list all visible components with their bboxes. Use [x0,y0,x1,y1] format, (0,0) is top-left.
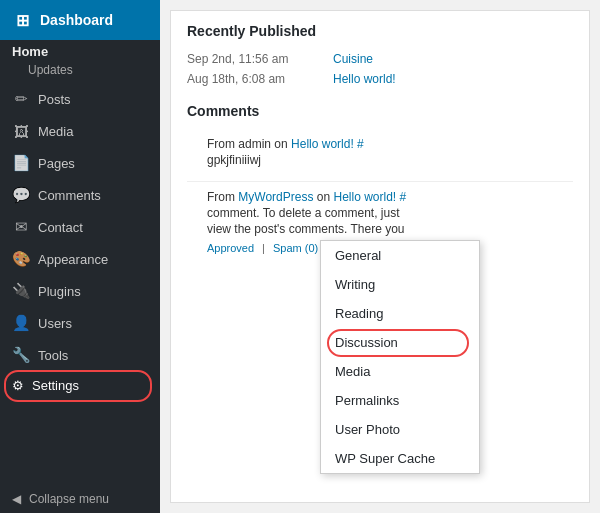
sidebar-item-label: Pages [38,156,75,171]
spam-link[interactable]: Spam (0) [273,242,318,254]
comment-1-meta: From admin on Hello world! # [207,137,573,151]
dashboard-icon: ⊞ [12,10,32,30]
comments-title: Comments [187,103,573,119]
sidebar-item-pages[interactable]: 📄 Pages [0,147,160,179]
comment-1-body: gpkjfiniiiwj [207,153,573,167]
plugins-icon: 🔌 [12,282,30,300]
posts-icon: ✏ [12,90,30,108]
sidebar-item-label: Tools [38,348,68,363]
dropdown-item-media[interactable]: Media [321,357,479,386]
comment-2-body: comment. To delete a comment, just [207,206,573,220]
sidebar-item-label: Media [38,124,73,139]
dropdown-item-discussion[interactable]: Discussion [321,328,479,357]
settings-icon: ⚙ [12,378,24,393]
collapse-menu-button[interactable]: ◀ Collapse menu [0,485,160,513]
recently-link-2[interactable]: Hello world! [333,72,396,86]
tools-icon: 🔧 [12,346,30,364]
dropdown-item-writing[interactable]: Writing [321,270,479,299]
collapse-icon: ◀ [12,492,21,506]
sidebar-item-label: Appearance [38,252,108,267]
pages-icon: 📄 [12,154,30,172]
recently-link-1[interactable]: Cuisine [333,52,373,66]
sidebar-item-media[interactable]: 🖼 Media [0,115,160,147]
recently-item-1: Sep 2nd, 11:56 am Cuisine [187,49,573,69]
sidebar-item-contact[interactable]: ✉ Contact [0,211,160,243]
sidebar-header-title: Dashboard [40,12,113,28]
dropdown-item-wp-super-cache[interactable]: WP Super Cache [321,444,479,473]
recently-date-1: Sep 2nd, 11:56 am [187,52,317,66]
recently-published-title: Recently Published [187,23,573,39]
comments-section: Comments From admin on Hello world! # gp… [187,103,573,262]
dropdown-item-general[interactable]: General [321,241,479,270]
settings-dropdown: General Writing Reading Discussion Media… [320,240,480,474]
sidebar-item-tools[interactable]: 🔧 Tools [0,339,160,371]
sidebar-header[interactable]: ⊞ Dashboard [0,0,160,40]
dropdown-item-permalinks[interactable]: Permalinks [321,386,479,415]
sidebar-item-label: Comments [38,188,101,203]
sidebar-item-users[interactable]: 👤 Users [0,307,160,339]
comments-icon: 💬 [12,186,30,204]
comment-2-body2: view the post's comments. There you [207,222,573,236]
collapse-menu-label: Collapse menu [29,492,109,506]
recently-item-2: Aug 18th, 6:08 am Hello world! [187,69,573,89]
sidebar-item-settings[interactable]: ⚙ Settings [0,371,160,400]
approved-link[interactable]: Approved [207,242,254,254]
dropdown-item-reading[interactable]: Reading [321,299,479,328]
sidebar-home-label: Home [0,40,160,61]
sidebar-item-posts[interactable]: ✏ Posts [0,83,160,115]
sidebar-item-label: Users [38,316,72,331]
main-content: Recently Published Sep 2nd, 11:56 am Cui… [160,0,600,513]
comment-2-meta: From MyWordPress on Hello world! # [207,190,573,204]
recently-date-2: Aug 18th, 6:08 am [187,72,317,86]
comment-2-post-link[interactable]: Hello world! # [334,190,407,204]
comment-1: From admin on Hello world! # gpkjfiniiiw… [187,129,573,175]
sidebar-item-appearance[interactable]: 🎨 Appearance [0,243,160,275]
dropdown-item-user-photo[interactable]: User Photo [321,415,479,444]
sidebar-item-label: Plugins [38,284,81,299]
sidebar: ⊞ Dashboard Home Updates ✏ Posts 🖼 Media… [0,0,160,513]
comment-2-author-link[interactable]: MyWordPress [238,190,313,204]
comment-1-link[interactable]: Hello world! # [291,137,364,151]
appearance-icon: 🎨 [12,250,30,268]
sidebar-item-label: Settings [32,378,79,393]
contact-icon: ✉ [12,218,30,236]
users-icon: 👤 [12,314,30,332]
sidebar-item-comments[interactable]: 💬 Comments [0,179,160,211]
sidebar-item-label: Posts [38,92,71,107]
media-icon: 🖼 [12,122,30,140]
sidebar-item-plugins[interactable]: 🔌 Plugins [0,275,160,307]
sidebar-item-label: Contact [38,220,83,235]
sidebar-updates[interactable]: Updates [0,61,160,83]
